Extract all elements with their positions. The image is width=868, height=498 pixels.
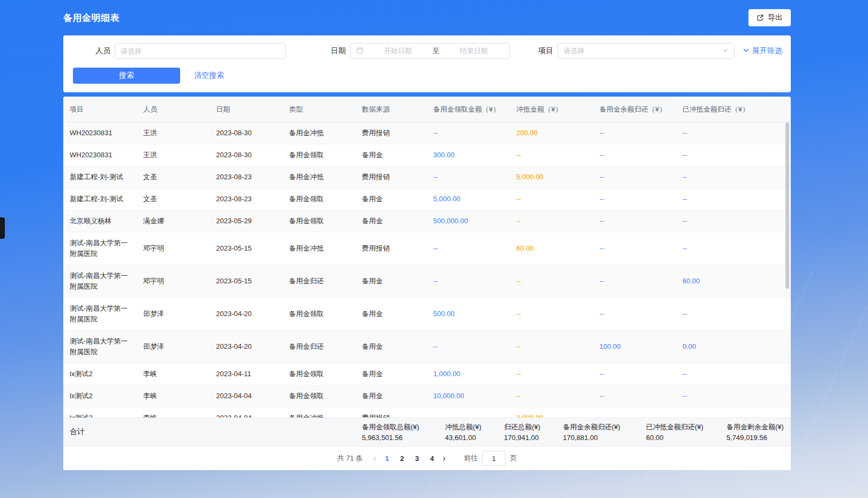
search-button[interactable]: 搜索 [73,68,180,84]
table-row: WH20230831王洪2023-08-30备用金冲抵费用报销--200.00-… [63,122,791,144]
cell-balance-return: -- [593,122,676,144]
cell-type: 备用金冲抵 [283,166,355,188]
main-content: 备用金明细表 导出 人员 日期 [63,0,791,470]
cell-project: 新建工程-刘-测试 [63,188,137,210]
cell-person: 邓宇明 [137,232,210,265]
vertical-scrollbar[interactable] [785,122,789,289]
export-button[interactable]: 导出 [748,9,791,26]
export-icon [756,14,764,21]
cell-date: 2023-05-15 [210,232,283,265]
expand-filter-link[interactable]: 展开筛选 [743,46,782,56]
cell-project: 测试-南昌大学第一附属医院 [63,265,137,298]
cell-person: 李峡 [137,385,210,407]
cell-offset-return: 60.00 [676,265,791,298]
summary-item-value: 170,881.00 [563,433,620,443]
table-panel: 项目人员日期类型数据来源备用金领取金额（¥）冲抵金额（¥）备用金余额归还（¥）已… [63,97,791,470]
cell-date: 2023-08-30 [210,144,283,166]
page-number[interactable]: 3 [410,451,425,466]
cell-source: 备用金 [355,188,427,210]
cell-received: -- [427,166,510,188]
cell-balance-return: -- [593,385,676,407]
cell-offset-return: -- [676,144,791,166]
data-table: 项目人员日期类型数据来源备用金领取金额（¥）冲抵金额（¥）备用金余额归还（¥）已… [63,97,791,418]
cell-source: 备用金 [355,298,427,331]
prev-page-button[interactable]: ‹ [370,454,380,463]
cell-offset-return: -- [676,166,791,188]
cell-project: 测试-南昌大学第一附属医院 [63,232,137,265]
next-page-button[interactable]: › [440,454,449,463]
cell-source: 费用报销 [355,407,427,418]
chevron-down-icon [743,47,750,55]
project-filter-label: 项目 [538,46,553,56]
end-date-placeholder[interactable]: 结束日期 [444,46,505,56]
cell-type: 备用金冲抵 [283,232,355,265]
column-header: 类型 [283,97,355,122]
person-select-input[interactable] [115,43,286,59]
filter-actions-row: 搜索 清空搜索 [72,68,782,84]
cell-received: -- [427,122,510,144]
cell-date: 2023-04-11 [210,363,283,385]
date-range-input[interactable]: 开始日期 至 结束日期 [350,43,510,59]
chevron-down-icon [722,47,729,55]
cell-date: 2023-04-04 [210,385,283,407]
goto-suffix-label: 页 [510,453,517,463]
cell-received: 10,000.00 [427,385,510,407]
filter-panel: 人员 日期 开始日期 至 结束日期 项目 请选择 [63,35,791,92]
total-count-text: 共 71 条 [337,453,363,463]
cell-received: 300.00 [427,144,510,166]
cell-offset-return: -- [676,407,791,418]
cell-source: 费用报销 [355,122,427,144]
table-row: 测试-南昌大学第一附属医院邵梦泽2023-04-20备用金领取备用金500.00… [63,298,791,331]
column-header: 数据来源 [355,97,427,122]
cell-date: 2023-08-30 [210,122,283,144]
page-title: 备用金明细表 [63,12,120,24]
page-number[interactable]: 4 [425,451,440,466]
export-button-label: 导出 [768,13,783,23]
project-select-placeholder: 请选择 [563,46,584,56]
cell-source: 备用金 [355,144,427,166]
cell-offset: -- [510,298,593,331]
cell-project: 北京顺义杨林 [63,210,137,232]
cell-balance-return: -- [593,144,676,166]
expand-filter-label: 展开筛选 [752,46,782,56]
cell-received: 500.00 [427,298,510,331]
column-header: 项目 [63,97,137,122]
summary-item-value: 5,963,501.56 [362,433,419,443]
cell-received: -- [427,407,510,418]
cell-offset-return: -- [676,188,791,210]
cell-received: -- [427,331,510,363]
cell-date: 2023-05-29 [210,210,283,232]
goto-page-group: 前往 页 [464,451,517,466]
cell-balance-return: -- [593,232,676,265]
cell-project: 新建工程-刘-测试 [63,166,137,188]
cell-offset: -- [510,265,593,298]
column-header: 日期 [210,97,283,122]
cell-person: 王洪 [137,122,210,144]
summary-item: 备用金领取总额(¥)5,963,501.56 [362,422,419,443]
cell-person: 李峡 [137,363,210,385]
summary-item: 备用金剩余金额(¥)5,749,019.56 [726,422,784,443]
cell-person: 李峡 [137,407,210,418]
start-date-placeholder[interactable]: 开始日期 [368,46,428,56]
page-number[interactable]: 2 [395,451,410,466]
cell-type: 备用金领取 [283,144,355,166]
summary-item-label: 备用金领取总额(¥) [362,422,419,432]
cell-project: 测试-南昌大学第一附属医院 [63,331,137,363]
table-row: 北京顺义杨林满金娜2023-05-29备用金领取备用金500,000.00---… [63,210,791,232]
cell-received: 500,000.00 [427,210,510,232]
table-row: 测试-南昌大学第一附属医院邓宇明2023-05-15备用金归还备用金------… [63,265,791,298]
cell-offset-return: 0.00 [676,331,791,363]
cell-offset: 200.00 [510,122,593,144]
cell-offset: -- [510,210,593,232]
cell-project: WH20230831 [63,122,137,144]
summary-item: 已冲抵金额归还(¥)60.00 [646,422,703,443]
clear-search-link[interactable]: 清空搜索 [194,71,224,80]
page-number[interactable]: 1 [380,451,395,466]
cell-offset: -- [510,363,593,385]
cell-person: 文圣 [137,188,210,210]
goto-page-input[interactable] [482,451,506,466]
cell-offset: 60.00 [510,232,593,265]
project-select[interactable]: 请选择 [558,43,735,59]
drawer-handle[interactable] [0,217,5,239]
cell-offset: 5,000.00 [510,166,593,188]
